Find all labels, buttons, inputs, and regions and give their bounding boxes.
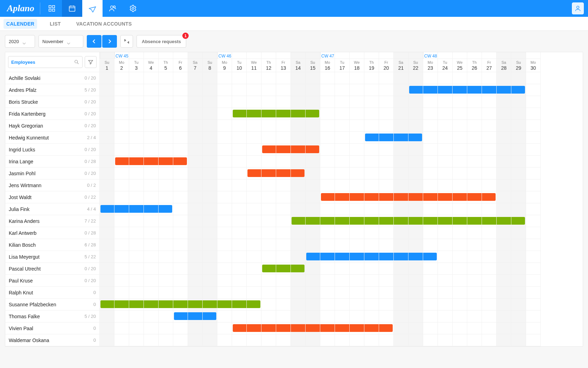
- absence-bar[interactable]: [276, 169, 290, 177]
- calendar-cell[interactable]: [159, 215, 173, 227]
- calendar-cell[interactable]: [511, 132, 526, 144]
- calendar-cell[interactable]: [379, 132, 394, 144]
- calendar-cell[interactable]: [276, 84, 291, 96]
- calendar-cell[interactable]: [364, 311, 379, 322]
- calendar-cell[interactable]: [467, 287, 482, 299]
- calendar-cell[interactable]: [217, 168, 232, 179]
- calendar-cell[interactable]: [203, 203, 217, 215]
- calendar-cell[interactable]: [335, 215, 350, 227]
- employee-row[interactable]: Vivien Paal0: [5, 322, 100, 334]
- calendar-cell[interactable]: [350, 132, 364, 144]
- calendar-cell[interactable]: [217, 251, 232, 263]
- calendar-cell[interactable]: [453, 96, 467, 108]
- calendar-cell[interactable]: [144, 156, 159, 168]
- employee-row[interactable]: Karl Antwerb0 / 28: [5, 227, 100, 239]
- calendar-cell[interactable]: [306, 108, 320, 120]
- calendar-cell[interactable]: [394, 287, 408, 299]
- calendar-cell[interactable]: [482, 322, 497, 334]
- calendar-cell[interactable]: [203, 322, 217, 334]
- calendar-cell[interactable]: [379, 203, 394, 215]
- calendar-cell[interactable]: [188, 334, 203, 346]
- absence-bar[interactable]: [438, 217, 452, 225]
- calendar-cell[interactable]: [438, 322, 453, 334]
- nav-calendar[interactable]: [62, 0, 82, 17]
- absence-bar[interactable]: [379, 324, 393, 332]
- calendar-cell[interactable]: [394, 334, 408, 346]
- calendar-cell[interactable]: [129, 120, 144, 132]
- absence-bar[interactable]: [144, 300, 158, 308]
- calendar-cell[interactable]: [335, 156, 350, 168]
- calendar-cell[interactable]: [276, 132, 291, 144]
- calendar-cell[interactable]: [438, 168, 453, 179]
- calendar-cell[interactable]: [335, 108, 350, 120]
- calendar-cell[interactable]: [217, 322, 232, 334]
- calendar-cell[interactable]: [203, 132, 217, 144]
- calendar-cell[interactable]: [467, 227, 482, 239]
- calendar-cell[interactable]: [320, 275, 335, 287]
- calendar-cell[interactable]: [114, 263, 129, 275]
- calendar-cell[interactable]: [364, 72, 379, 84]
- calendar-cell[interactable]: [144, 191, 159, 203]
- calendar-cell[interactable]: [188, 263, 203, 275]
- calendar-cell[interactable]: [423, 287, 438, 299]
- calendar-cell[interactable]: [467, 263, 482, 275]
- calendar-cell[interactable]: [511, 334, 526, 346]
- prev-button[interactable]: [87, 35, 102, 48]
- calendar-cell[interactable]: [144, 96, 159, 108]
- calendar-cell[interactable]: [159, 156, 173, 168]
- calendar-cell[interactable]: [335, 334, 350, 346]
- calendar-cell[interactable]: [350, 72, 364, 84]
- calendar-cell[interactable]: [114, 132, 129, 144]
- employee-row[interactable]: Thomas Falke5 / 20: [5, 311, 100, 322]
- absence-bar[interactable]: [511, 217, 525, 225]
- absence-bar[interactable]: [394, 134, 408, 141]
- calendar-cell[interactable]: [482, 84, 497, 96]
- calendar-cell[interactable]: [526, 156, 541, 168]
- calendar-cell[interactable]: [232, 144, 247, 156]
- calendar-cell[interactable]: [320, 156, 335, 168]
- absence-bar[interactable]: [379, 193, 393, 201]
- calendar-cell[interactable]: [526, 251, 541, 263]
- calendar-cell[interactable]: [276, 179, 291, 191]
- calendar-cell[interactable]: [379, 191, 394, 203]
- calendar-cell[interactable]: [261, 132, 276, 144]
- calendar-cell[interactable]: [129, 275, 144, 287]
- employee-row[interactable]: Jost Waldt0 / 22: [5, 191, 100, 203]
- calendar-cell[interactable]: [320, 132, 335, 144]
- calendar-cell[interactable]: [114, 334, 129, 346]
- calendar-cell[interactable]: [453, 299, 467, 311]
- calendar-cell[interactable]: [291, 251, 306, 263]
- calendar-cell[interactable]: [423, 299, 438, 311]
- calendar-cell[interactable]: [364, 144, 379, 156]
- calendar-cell[interactable]: [291, 239, 306, 251]
- calendar-cell[interactable]: [188, 179, 203, 191]
- absence-bar[interactable]: [129, 157, 144, 165]
- calendar-cell[interactable]: [188, 203, 203, 215]
- calendar-cell[interactable]: [482, 156, 497, 168]
- calendar-cell[interactable]: [423, 251, 438, 263]
- absence-bar[interactable]: [394, 193, 408, 201]
- calendar-cell[interactable]: [173, 311, 188, 322]
- absence-bar[interactable]: [379, 134, 393, 141]
- calendar-cell[interactable]: [247, 108, 261, 120]
- calendar-cell[interactable]: [364, 334, 379, 346]
- calendar-cell[interactable]: [203, 239, 217, 251]
- absence-bar[interactable]: [115, 157, 129, 165]
- calendar-cell[interactable]: [379, 179, 394, 191]
- calendar-cell[interactable]: [511, 84, 526, 96]
- calendar-cell[interactable]: [497, 203, 511, 215]
- calendar-cell[interactable]: [144, 239, 159, 251]
- calendar-cell[interactable]: [364, 96, 379, 108]
- calendar-cell[interactable]: [467, 322, 482, 334]
- calendar-cell[interactable]: [159, 168, 173, 179]
- calendar-cell[interactable]: [173, 299, 188, 311]
- calendar-cell[interactable]: [203, 275, 217, 287]
- employee-row[interactable]: Achille Sovlaki0 / 20: [5, 72, 100, 84]
- calendar-cell[interactable]: [379, 215, 394, 227]
- calendar-cell[interactable]: [100, 120, 114, 132]
- calendar-cell[interactable]: [188, 191, 203, 203]
- calendar-cell[interactable]: [497, 191, 511, 203]
- absence-bar[interactable]: [320, 217, 335, 225]
- absence-bar[interactable]: [350, 324, 364, 332]
- calendar-cell[interactable]: [217, 215, 232, 227]
